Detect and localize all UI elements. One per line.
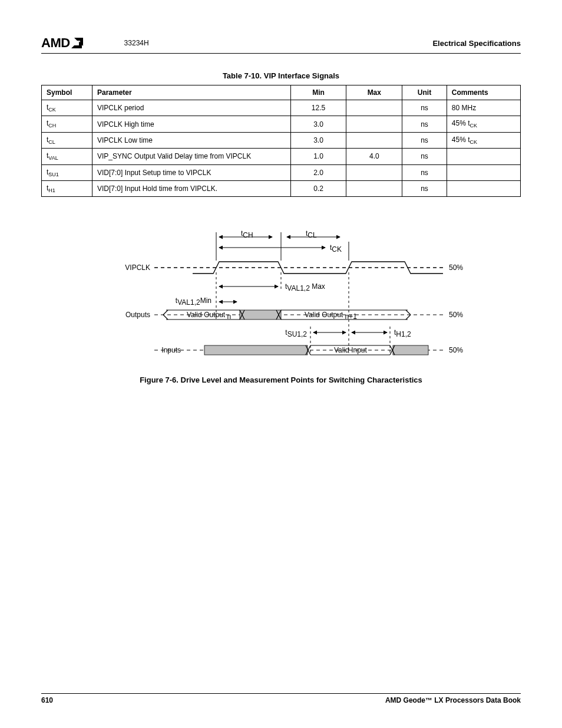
th-parameter: Parameter bbox=[92, 85, 290, 100]
cell-max bbox=[346, 132, 402, 148]
cell-symbol: tSU1 bbox=[42, 164, 92, 180]
cell-max bbox=[346, 116, 402, 132]
cell-symbol: tVAL bbox=[42, 149, 92, 164]
cell-comments: 45% tCK bbox=[447, 132, 520, 148]
cell-parameter: VID[7:0] Input Hold time from VIPCLK. bbox=[92, 180, 290, 196]
figure-caption: Figure 7-6. Drive Level and Measurement … bbox=[41, 375, 521, 384]
amd-logo-icon bbox=[71, 38, 83, 48]
cell-symbol: tCL bbox=[42, 132, 92, 148]
cell-unit: ns bbox=[402, 116, 447, 132]
cell-min: 2.0 bbox=[290, 164, 346, 180]
svg-rect-33 bbox=[393, 345, 428, 355]
cell-unit: ns bbox=[402, 100, 447, 116]
cell-min: 1.0 bbox=[290, 149, 346, 164]
book-title: AMD Geode™ LX Processors Data Book bbox=[385, 696, 521, 704]
cell-parameter: VIP_SYNC Output Valid Delay time from VI… bbox=[92, 149, 290, 164]
cell-max bbox=[346, 100, 402, 116]
cell-comments: 45% tCK bbox=[447, 116, 520, 132]
amd-logo: AMD bbox=[41, 35, 83, 51]
cell-parameter: VIPCLK High time bbox=[92, 116, 290, 132]
timing-figure: VIPCLK 50% tCH tCL tCK bbox=[41, 226, 521, 384]
th-max: Max bbox=[346, 85, 402, 100]
table-row: tSU1VID[7:0] Input Setup time to VIPCLK2… bbox=[42, 164, 521, 180]
cell-unit: ns bbox=[402, 164, 447, 180]
svg-text:VIPCLK: VIPCLK bbox=[125, 263, 150, 272]
cell-symbol: tCH bbox=[42, 116, 92, 132]
th-unit: Unit bbox=[402, 85, 447, 100]
svg-text:tVAL1,2Min: tVAL1,2Min bbox=[176, 297, 211, 307]
svg-text:Outputs: Outputs bbox=[125, 311, 150, 319]
cell-max: 4.0 bbox=[346, 149, 402, 164]
svg-text:Inputs: Inputs bbox=[161, 346, 181, 354]
svg-text:50%: 50% bbox=[449, 311, 463, 319]
cell-min: 12.5 bbox=[290, 100, 346, 116]
table-header-row: Symbol Parameter Min Max Unit Comments bbox=[42, 85, 521, 100]
cell-unit: ns bbox=[402, 132, 447, 148]
svg-text:50%: 50% bbox=[449, 346, 463, 354]
table-row: tCHVIPCLK High time3.0ns45% tCK bbox=[42, 116, 521, 132]
table-row: tCKVIPCLK period12.5ns80 MHz bbox=[42, 100, 521, 116]
svg-text:50%: 50% bbox=[449, 263, 463, 272]
table-caption: Table 7-10. VIP Interface Signals bbox=[41, 71, 521, 80]
svg-text:tVAL1,2 Max: tVAL1,2 Max bbox=[285, 282, 325, 292]
cell-comments bbox=[447, 180, 520, 196]
cell-max bbox=[346, 180, 402, 196]
cell-parameter: VIPCLK Low time bbox=[92, 132, 290, 148]
doc-number: 33234H bbox=[124, 39, 149, 47]
cell-min: 3.0 bbox=[290, 132, 346, 148]
cell-symbol: tH1 bbox=[42, 180, 92, 196]
cell-comments: 80 MHz bbox=[447, 100, 520, 116]
page-number: 610 bbox=[41, 696, 53, 704]
th-comments: Comments bbox=[447, 85, 520, 100]
cell-parameter: VID[7:0] Input Setup time to VIPCLK bbox=[92, 164, 290, 180]
th-min: Min bbox=[290, 85, 346, 100]
table-row: tCLVIPCLK Low time3.0ns45% tCK bbox=[42, 132, 521, 148]
svg-text:tH1,2: tH1,2 bbox=[394, 328, 411, 338]
cell-comments bbox=[447, 164, 520, 180]
table-row: tH1VID[7:0] Input Hold time from VIPCLK.… bbox=[42, 180, 521, 196]
cell-min: 0.2 bbox=[290, 180, 346, 196]
svg-text:tSU1,2: tSU1,2 bbox=[285, 328, 307, 338]
page-footer: 610 AMD Geode™ LX Processors Data Book bbox=[41, 693, 521, 704]
th-symbol: Symbol bbox=[42, 85, 92, 100]
svg-text:tCL: tCL bbox=[306, 229, 317, 239]
cell-parameter: VIPCLK period bbox=[92, 100, 290, 116]
svg-rect-32 bbox=[204, 345, 308, 355]
table-row: tVALVIP_SYNC Output Valid Delay time fro… bbox=[42, 149, 521, 164]
cell-unit: ns bbox=[402, 180, 447, 196]
cell-min: 3.0 bbox=[290, 116, 346, 132]
cell-comments bbox=[447, 149, 520, 164]
page-header: AMD 33234H Electrical Specifications bbox=[41, 35, 521, 54]
svg-text:tCK: tCK bbox=[330, 243, 342, 253]
vip-interface-table: Symbol Parameter Min Max Unit Comments t… bbox=[41, 85, 521, 197]
cell-unit: ns bbox=[402, 149, 447, 164]
svg-text:Valid Input: Valid Input bbox=[334, 346, 367, 354]
amd-logo-text: AMD bbox=[41, 35, 70, 51]
section-title: Electrical Specifications bbox=[432, 39, 521, 48]
svg-rect-20 bbox=[240, 310, 281, 319]
svg-text:tCH: tCH bbox=[241, 229, 253, 239]
cell-symbol: tCK bbox=[42, 100, 92, 116]
cell-max bbox=[346, 164, 402, 180]
